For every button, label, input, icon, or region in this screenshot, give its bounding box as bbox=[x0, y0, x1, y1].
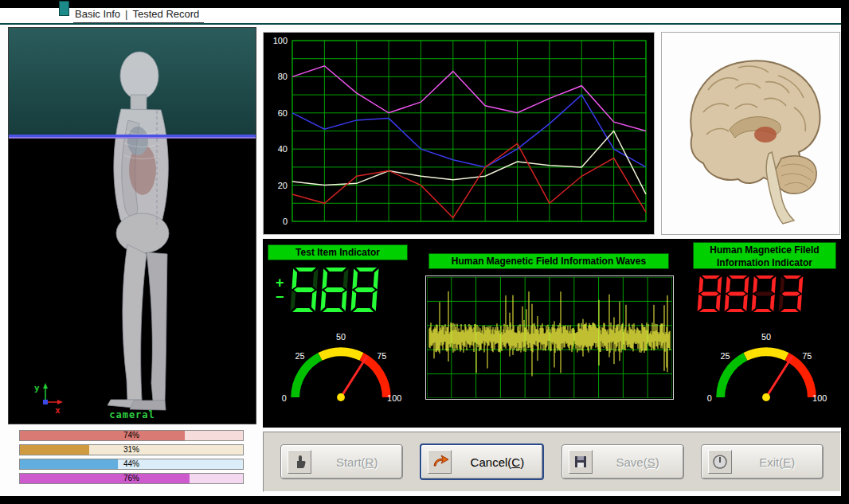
svg-text:100: 100 bbox=[273, 36, 288, 45]
brain-image bbox=[662, 33, 839, 232]
progress-label: 31% bbox=[20, 445, 243, 455]
svg-text:75: 75 bbox=[802, 351, 812, 361]
tab-tested-record[interactable]: Tested Record bbox=[132, 8, 199, 20]
waveform bbox=[427, 277, 672, 398]
polarity-signs: + − bbox=[276, 275, 284, 304]
svg-text:0: 0 bbox=[707, 393, 712, 403]
cancel-arrow-icon bbox=[428, 450, 452, 474]
brain-image-panel bbox=[661, 32, 840, 235]
plus-sign: + bbox=[276, 275, 284, 290]
progress-bar: 44% bbox=[19, 459, 244, 470]
test-gauge: 0255075100 bbox=[274, 325, 408, 407]
camera-label: cameral bbox=[9, 409, 256, 420]
svg-text:75: 75 bbox=[377, 351, 386, 361]
save-button-label: Save(S) bbox=[593, 455, 683, 469]
svg-text:100: 100 bbox=[387, 393, 401, 403]
hand-icon bbox=[288, 450, 311, 474]
svg-text:20: 20 bbox=[278, 181, 288, 190]
axis-y-label: y bbox=[34, 383, 40, 393]
progress-bar: 76% bbox=[19, 473, 244, 484]
svg-text:50: 50 bbox=[761, 332, 771, 342]
app-window: Basic Info|Tested Record bbox=[0, 0, 849, 504]
svg-text:0: 0 bbox=[283, 217, 288, 226]
scan-line-secondary bbox=[9, 137, 256, 139]
cancel-button[interactable]: Cancel(C) bbox=[420, 443, 544, 480]
title-bar bbox=[0, 0, 849, 8]
save-button[interactable]: Save(S) bbox=[561, 444, 684, 479]
wave-panel-label: Human Magenetic Field Information Waves bbox=[428, 253, 669, 269]
indicator-band: Test Item Indicator + − 0255075100 Human… bbox=[263, 239, 841, 428]
body-3d-viewport[interactable]: y x cameral bbox=[8, 27, 256, 424]
human-body-model: y x bbox=[9, 28, 256, 424]
field-led-display bbox=[698, 275, 806, 312]
svg-text:60: 60 bbox=[278, 108, 288, 118]
svg-text:100: 100 bbox=[812, 393, 827, 403]
test-led-display: + − bbox=[276, 268, 381, 312]
tab-basic-info[interactable]: Basic Info bbox=[75, 8, 120, 20]
line-chart: 020406080100 bbox=[264, 33, 654, 232]
field-led-digits bbox=[696, 275, 807, 312]
progress-label: 76% bbox=[20, 474, 243, 483]
app-icon bbox=[59, 1, 69, 16]
svg-text:25: 25 bbox=[721, 351, 730, 361]
waveform-display bbox=[425, 275, 674, 400]
minus-sign: − bbox=[276, 290, 284, 304]
floppy-disk-icon bbox=[569, 450, 593, 474]
tab-strip: Basic Info|Tested Record bbox=[0, 8, 841, 23]
field-gauge: 0255075100 bbox=[699, 325, 833, 407]
test-led-digits bbox=[289, 268, 383, 312]
tab-group: Basic Info|Tested Record bbox=[73, 8, 204, 23]
window-right-border bbox=[841, 0, 849, 504]
svg-text:80: 80 bbox=[278, 72, 288, 81]
svg-text:25: 25 bbox=[295, 351, 305, 361]
svg-text:0: 0 bbox=[282, 393, 287, 403]
start-button[interactable]: Start(R) bbox=[280, 444, 403, 479]
progress-label: 44% bbox=[20, 459, 243, 469]
svg-text:50: 50 bbox=[336, 332, 346, 342]
exit-button[interactable]: Exit(E) bbox=[701, 444, 824, 479]
scan-line bbox=[9, 135, 256, 137]
exit-button-label: Exit(E) bbox=[732, 455, 823, 469]
start-button-label: Start(R) bbox=[311, 455, 402, 469]
progress-group: 74% 31% 44% 76% bbox=[19, 430, 244, 487]
test-item-label: Test Item Indicator bbox=[268, 244, 408, 260]
progress-bar: 31% bbox=[19, 444, 244, 455]
divider-line bbox=[0, 23, 841, 25]
progress-label: 74% bbox=[20, 431, 243, 440]
window-bottom-border bbox=[0, 496, 849, 504]
line-chart-panel: 020406080100 bbox=[263, 32, 655, 235]
button-bar: Start(R) Cancel(C) Save(S) Exit(E) bbox=[263, 432, 841, 492]
power-icon bbox=[708, 450, 732, 474]
tab-separator: | bbox=[125, 8, 127, 20]
cancel-button-label: Cancel(C) bbox=[452, 455, 542, 469]
svg-text:40: 40 bbox=[278, 144, 288, 154]
field-indicator-label: Human Magnetice Fileld Information Indic… bbox=[693, 242, 836, 269]
progress-bar: 74% bbox=[19, 430, 244, 441]
